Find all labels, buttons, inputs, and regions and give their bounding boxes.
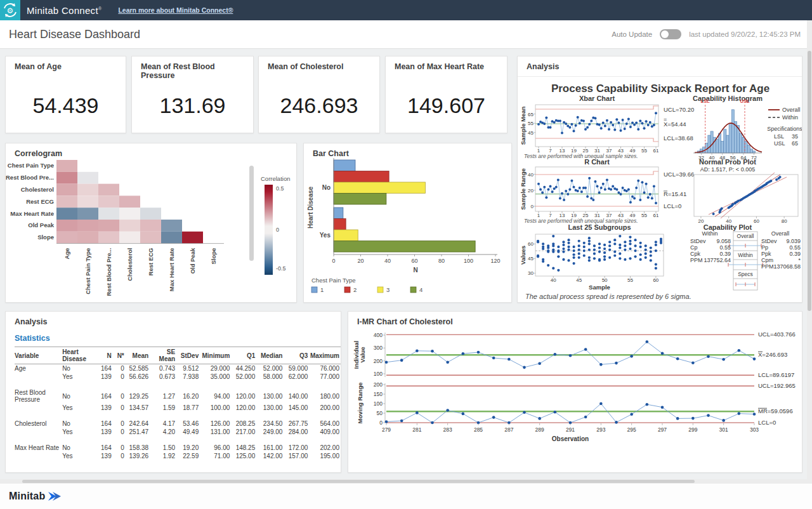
svg-text:Cpk: Cpk xyxy=(690,251,701,257)
stats-col-header: Q1 xyxy=(231,347,256,364)
learn-more-link[interactable]: Learn more about Minitab Connect® xyxy=(118,6,233,14)
panel-title: Bar Chart xyxy=(304,143,511,158)
svg-text:Chest Pain Type: Chest Pain Type xyxy=(8,162,54,169)
stats-col-header: Variable xyxy=(15,347,62,364)
horizontal-scrollbar-thumb[interactable] xyxy=(22,480,695,483)
svg-text:45: 45 xyxy=(576,277,582,283)
svg-text:-0.5: -0.5 xyxy=(276,265,286,272)
svg-text:55: 55 xyxy=(641,213,647,218)
imr-chart: 100200300400UCL=403.766X=246.693LCL=89.6… xyxy=(348,326,802,469)
svg-text:Max Heart Rate: Max Heart Rate xyxy=(10,210,54,217)
svg-text:R=15.41: R=15.41 xyxy=(664,190,686,197)
footer-minitab-wordmark: Minitab xyxy=(9,491,45,502)
svg-text:50: 50 xyxy=(377,410,383,416)
svg-text:The actual process spread is r: The actual process spread is represented… xyxy=(525,293,691,300)
svg-text:Heart Disease: Heart Disease xyxy=(307,186,314,228)
svg-text:Rest Blood Pre...: Rest Blood Pre... xyxy=(6,174,54,181)
vertical-scrollbar[interactable] xyxy=(807,20,812,509)
svg-text:Xbar Chart: Xbar Chart xyxy=(579,95,615,102)
svg-text:20: 20 xyxy=(357,258,363,264)
svg-text:80: 80 xyxy=(438,258,445,264)
svg-text:Yes: Yes xyxy=(320,232,331,239)
svg-text:60: 60 xyxy=(754,218,759,224)
svg-text:PPM: PPM xyxy=(761,263,774,270)
svg-text:Correlation: Correlation xyxy=(261,175,290,182)
svg-text:MR=59.0596: MR=59.0596 xyxy=(758,407,793,414)
panel-title: Analysis xyxy=(6,312,341,326)
svg-text:X=54.44: X=54.44 xyxy=(664,121,686,128)
svg-text:9.058: 9.058 xyxy=(716,238,731,244)
statistics-panel: Analysis Statistics VariableHeart Diseas… xyxy=(5,311,341,473)
svg-text:Old Peak: Old Peak xyxy=(28,221,54,228)
svg-text:1: 1 xyxy=(320,286,324,293)
svg-text:Within: Within xyxy=(738,252,753,258)
app-root: ⚙ Minitab Connect® Learn more about Mini… xyxy=(0,0,812,509)
svg-text:UCL=192.965: UCL=192.965 xyxy=(758,382,796,389)
svg-text:PPM: PPM xyxy=(690,257,703,263)
svg-text:40: 40 xyxy=(528,172,534,178)
panel-title: I-MR Chart of Cholesterol xyxy=(348,312,802,326)
svg-text:20: 20 xyxy=(528,188,534,194)
stats-col-header: Q3 xyxy=(284,347,309,364)
svg-text:Moving Range: Moving Range xyxy=(357,383,363,424)
table-row: Rest Blood PressureNo1640129.251.2716.20… xyxy=(15,388,341,404)
svg-text:200: 200 xyxy=(374,381,383,388)
svg-text:279: 279 xyxy=(382,426,391,433)
svg-text:⚙: ⚙ xyxy=(7,6,14,15)
correlogram-heatmap: Chest Pain TypeRest Blood Pre...Choleste… xyxy=(6,158,296,298)
svg-text:100: 100 xyxy=(374,371,383,377)
svg-text:0: 0 xyxy=(379,420,383,426)
horizontal-scrollbar[interactable] xyxy=(0,479,807,484)
svg-text:45: 45 xyxy=(528,256,534,261)
svg-text:297: 297 xyxy=(658,426,667,433)
svg-text:293: 293 xyxy=(596,426,605,433)
svg-text:Observation: Observation xyxy=(552,435,589,442)
svg-text:137752.64: 137752.64 xyxy=(704,257,731,263)
last-updated-text: last updated 9/20/22, 12:45:23 PM xyxy=(689,30,801,38)
svg-text:AD: 1.517, P: < 0.005: AD: 1.517, P: < 0.005 xyxy=(700,166,755,173)
svg-text:StDev: StDev xyxy=(761,238,777,244)
svg-text:IndividualValue: IndividualValue xyxy=(353,341,366,369)
svg-text:Cholesterol: Cholesterol xyxy=(21,186,54,193)
panel-title: Analysis xyxy=(518,56,802,71)
table-row: Yes139056.6260.6737.93835.00052.00058.00… xyxy=(15,373,341,381)
svg-text:9.039: 9.039 xyxy=(786,238,801,244)
svg-text:303: 303 xyxy=(750,426,759,433)
svg-text:60: 60 xyxy=(528,241,534,247)
auto-update-toggle[interactable] xyxy=(660,29,681,39)
stats-col-header: Heart Disease xyxy=(62,347,96,364)
svg-text:Normal Prob Plot: Normal Prob Plot xyxy=(699,158,756,166)
svg-text:35: 35 xyxy=(792,133,798,140)
svg-text:USL: USL xyxy=(774,140,785,147)
svg-text:287: 287 xyxy=(504,426,513,433)
svg-text:55: 55 xyxy=(641,148,647,154)
svg-text:Slope: Slope xyxy=(37,234,54,241)
kpi-value: 131.69 xyxy=(132,93,253,118)
table-row: Yes1390139.261.9222.5971.00125.00142.001… xyxy=(15,452,341,460)
table-row: Yes1390134.571.5918.77100.00120.00130.00… xyxy=(15,404,341,412)
vertical-scrollbar-thumb[interactable] xyxy=(808,51,811,311)
svg-text:Overall: Overall xyxy=(782,107,801,113)
svg-text:Rest ECG: Rest ECG xyxy=(26,198,54,205)
svg-text:Old Peak: Old Peak xyxy=(189,248,196,274)
svg-text:Sample: Sample xyxy=(589,284,610,291)
svg-text:N: N xyxy=(413,267,417,274)
table-row: Yes1390251.474.2049.49131.00217.00249.00… xyxy=(15,428,341,436)
svg-text:4: 4 xyxy=(419,286,422,293)
svg-text:61: 61 xyxy=(653,213,659,218)
stats-col-header: SE Mean xyxy=(150,347,176,364)
svg-text:Sample Range: Sample Range xyxy=(520,168,527,209)
svg-text:60: 60 xyxy=(411,258,417,264)
svg-text:Tests are performed with unequ: Tests are performed with unequal sample … xyxy=(524,153,638,159)
svg-text:Max Heart Rate: Max Heart Rate xyxy=(168,248,175,292)
svg-text:No: No xyxy=(322,184,331,191)
svg-text:LSL: LSL xyxy=(701,98,710,104)
page-footer: Minitab xyxy=(0,484,812,509)
svg-text:281: 281 xyxy=(412,426,421,433)
svg-text:Chest Pain Type: Chest Pain Type xyxy=(84,248,91,294)
svg-text:0.5: 0.5 xyxy=(276,185,284,192)
svg-text:LCL=0: LCL=0 xyxy=(758,419,776,426)
svg-text:UCL=403.766: UCL=403.766 xyxy=(758,331,796,338)
stats-col-header: StDev xyxy=(176,347,200,364)
auto-update-label: Auto Update xyxy=(612,30,652,38)
